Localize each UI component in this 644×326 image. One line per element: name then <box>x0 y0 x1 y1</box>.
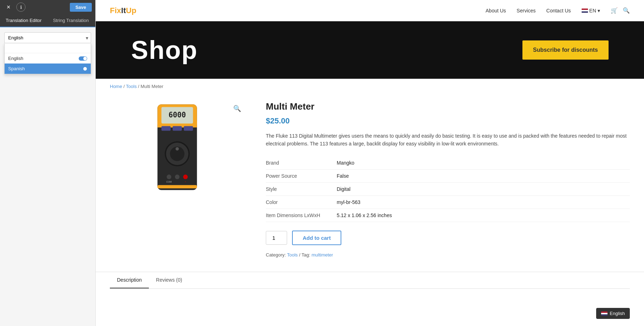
badge-language-label: English <box>610 311 625 316</box>
product-price: $25.00 <box>266 116 630 126</box>
svg-text:COM: COM <box>166 181 172 183</box>
svg-text:+: + <box>185 181 186 183</box>
svg-rect-5 <box>161 126 170 131</box>
svg-rect-17 <box>157 185 197 188</box>
svg-text:6000: 6000 <box>168 111 186 119</box>
tab-string-translation[interactable]: String Translation <box>47 14 94 27</box>
breadcrumb-current: Multi Meter <box>141 84 163 89</box>
tag-label: Tag: <box>302 252 310 258</box>
table-row: Power SourceFalse <box>266 169 630 182</box>
product-image: 6000 C <box>131 101 223 193</box>
site-logo: FixItUp <box>110 6 136 15</box>
shop-banner: Shop Subscribe for discounts <box>96 21 644 79</box>
category-label: Category: <box>266 252 286 258</box>
breadcrumb: Home / Tools / Multi Meter <box>96 79 644 94</box>
sidebar-tabs: Translation Editor String Translation <box>0 14 95 27</box>
svg-rect-7 <box>184 126 193 131</box>
zoom-icon[interactable]: 🔍 <box>233 105 241 112</box>
nav-lang-arrow-icon: ▾ <box>598 8 600 13</box>
language-search-input[interactable] <box>5 43 91 53</box>
breadcrumb-sep2: / <box>138 84 140 89</box>
table-row: Item Dimensions LxWxH5.12 x 1.06 x 2.56 … <box>266 209 630 222</box>
badge-flag-icon <box>601 311 607 316</box>
spec-label: Brand <box>266 156 337 170</box>
spec-value: Mangko <box>337 156 630 170</box>
sidebar-toolbar: × ℹ Save <box>0 0 95 14</box>
main-content: FixItUp About Us Services Contact Us EN … <box>96 0 644 326</box>
bottom-language-badge: English <box>596 308 630 319</box>
flag-icon <box>582 9 588 13</box>
svg-point-11 <box>175 147 179 150</box>
product-section: 🔍 6000 <box>96 94 644 272</box>
tag-link[interactable]: multimeter <box>312 252 333 258</box>
product-image-area: 🔍 6000 <box>110 101 245 258</box>
product-tabs: Description Reviews (0) <box>96 272 644 289</box>
spec-label: Style <box>266 182 337 195</box>
spec-label: Item Dimensions LxWxH <box>266 209 337 222</box>
product-title: Multi Meter <box>266 101 630 112</box>
nav-services[interactable]: Services <box>517 8 536 13</box>
table-row: Colormyl-br-563 <box>266 195 630 209</box>
spanish-toggle[interactable] <box>79 67 87 71</box>
language-option-spanish-label: Spanish <box>8 66 25 71</box>
svg-point-14 <box>183 175 188 179</box>
spec-value: myl-br-563 <box>337 195 630 209</box>
search-button[interactable]: 🔍 <box>623 7 630 14</box>
nav-lang-code: EN <box>589 8 596 13</box>
close-button[interactable]: × <box>4 2 13 12</box>
sidebar-content: English Spanish ▾ English Spanish <box>0 27 95 74</box>
language-option-english[interactable]: English <box>5 53 91 63</box>
spec-label: Power Source <box>266 169 337 182</box>
specs-table: BrandMangkoPower SourceFalseStyleDigital… <box>266 156 630 222</box>
table-row: BrandMangko <box>266 156 630 170</box>
spec-value: False <box>337 169 630 182</box>
nav-about[interactable]: About Us <box>486 8 506 13</box>
logo-up: Up <box>126 6 136 15</box>
logo-fix: Fix <box>110 6 121 15</box>
top-nav: FixItUp About Us Services Contact Us EN … <box>96 0 644 21</box>
save-button[interactable]: Save <box>70 3 92 12</box>
tab-description[interactable]: Description <box>110 272 149 288</box>
product-tab-list: Description Reviews (0) <box>110 272 630 289</box>
product-meta: Category: Tools / Tag: multimeter <box>266 252 630 258</box>
quantity-input[interactable] <box>266 231 287 245</box>
shop-title: Shop <box>131 35 198 65</box>
english-toggle[interactable] <box>79 56 87 61</box>
add-to-cart-row: Add to cart <box>266 231 630 245</box>
svg-point-13 <box>175 175 180 179</box>
nav-language-selector[interactable]: EN ▾ <box>582 8 600 13</box>
language-select-wrapper: English Spanish ▾ English Spanish <box>4 32 91 43</box>
svg-point-12 <box>167 175 171 179</box>
category-link[interactable]: Tools <box>287 252 298 258</box>
language-dropdown: English Spanish <box>4 43 91 74</box>
product-image-container: 🔍 6000 <box>110 101 245 193</box>
language-select[interactable]: English Spanish <box>4 32 91 43</box>
cart-button[interactable]: 🛒 <box>611 7 618 14</box>
nav-icons: 🛒 🔍 <box>611 7 630 14</box>
meta-separator: / <box>299 252 302 258</box>
subscribe-button[interactable]: Subscribe for discounts <box>522 40 609 60</box>
tab-translation-editor[interactable]: Translation Editor <box>0 14 47 27</box>
language-option-english-label: English <box>8 56 23 61</box>
spec-value: Digital <box>337 182 630 195</box>
info-button[interactable]: ℹ <box>16 2 26 12</box>
logo-it: It <box>121 6 126 15</box>
breadcrumb-tools[interactable]: Tools <box>126 84 136 89</box>
spec-label: Color <box>266 195 337 209</box>
svg-rect-6 <box>173 126 182 131</box>
product-description: The Fluke 113 Digital Multimeter gives u… <box>266 132 630 148</box>
sidebar: × ℹ Save Translation Editor String Trans… <box>0 0 96 326</box>
language-option-spanish[interactable]: Spanish <box>5 63 91 74</box>
nav-links: About Us Services Contact Us EN ▾ 🛒 🔍 <box>486 7 630 14</box>
add-to-cart-button[interactable]: Add to cart <box>292 231 341 245</box>
spec-value: 5.12 x 1.06 x 2.56 inches <box>337 209 630 222</box>
nav-contact[interactable]: Contact Us <box>546 8 571 13</box>
table-row: StyleDigital <box>266 182 630 195</box>
breadcrumb-home[interactable]: Home <box>110 84 122 89</box>
tab-reviews[interactable]: Reviews (0) <box>149 272 189 288</box>
product-details: Multi Meter $25.00 The Fluke 113 Digital… <box>266 101 630 258</box>
